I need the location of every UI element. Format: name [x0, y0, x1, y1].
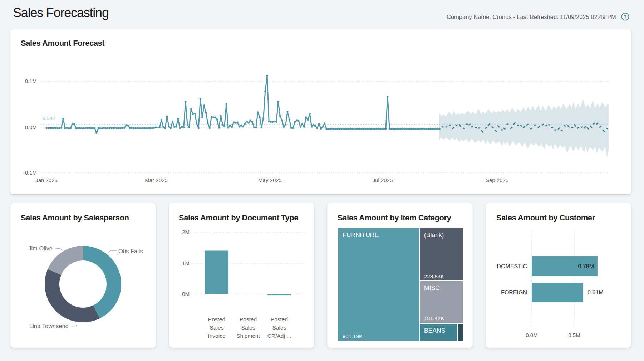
svg-text:Mar 2025: Mar 2025 — [145, 177, 167, 183]
svg-text:0.78M: 0.78M — [578, 263, 594, 269]
svg-text:2M: 2M — [182, 229, 190, 235]
svg-text:Invoice: Invoice — [208, 333, 225, 339]
svg-text:FOREIGN: FOREIGN — [501, 289, 527, 296]
svg-text:DOMESTIC: DOMESTIC — [497, 263, 527, 269]
svg-text:CR/Adj ...: CR/Adj ... — [267, 333, 291, 339]
svg-text:Posted: Posted — [240, 316, 257, 322]
svg-text:Otis Falls: Otis Falls — [118, 248, 143, 254]
svg-text:228.83K: 228.83K — [424, 273, 444, 279]
svg-text:0.0M: 0.0M — [526, 332, 537, 338]
svg-text:Jan 2025: Jan 2025 — [35, 177, 58, 183]
svg-text:Posted: Posted — [271, 316, 288, 322]
svg-text:Lina Townsend: Lina Townsend — [29, 323, 69, 329]
svg-text:0.1M: 0.1M — [25, 78, 37, 84]
svg-text:?: ? — [624, 14, 627, 20]
svg-text:0.5M: 0.5M — [568, 332, 580, 338]
svg-text:Shipment: Shipment — [236, 333, 260, 339]
svg-text:Sales: Sales — [272, 325, 286, 331]
svg-text:FURNITURE: FURNITURE — [343, 231, 379, 239]
svg-text:Jul 2025: Jul 2025 — [373, 177, 393, 183]
svg-text:181.42K: 181.42K — [424, 315, 444, 321]
svg-text:BEANS: BEANS — [424, 327, 445, 334]
svg-text:-0.1M: -0.1M — [23, 170, 37, 176]
svg-text:Sep 2025: Sep 2025 — [486, 177, 508, 183]
svg-text:6,547: 6,547 — [42, 115, 56, 121]
svg-text:Sales: Sales — [210, 325, 224, 331]
svg-text:0.61M: 0.61M — [588, 289, 603, 296]
svg-text:0.0M: 0.0M — [25, 124, 37, 130]
svg-text:1M: 1M — [182, 260, 190, 266]
svg-text:Sales: Sales — [241, 325, 255, 331]
svg-text:MISC: MISC — [424, 284, 440, 292]
svg-text:0M: 0M — [182, 291, 190, 297]
svg-text:May 2025: May 2025 — [258, 177, 282, 183]
svg-text:Jim Olive: Jim Olive — [28, 245, 53, 252]
svg-text:Posted: Posted — [208, 316, 225, 322]
svg-text:(Blank): (Blank) — [424, 231, 444, 239]
svg-text:901.19K: 901.19K — [343, 333, 363, 339]
